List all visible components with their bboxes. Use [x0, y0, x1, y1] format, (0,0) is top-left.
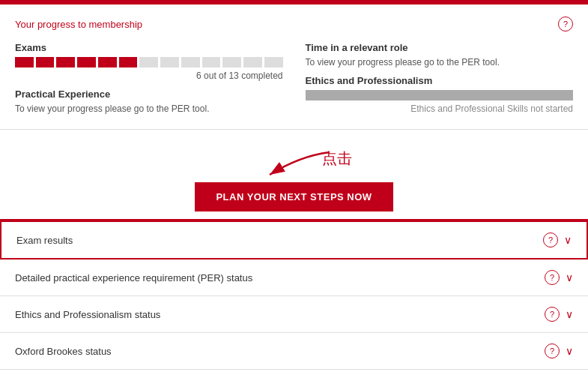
progress-title: Your progress to membership: [15, 19, 142, 30]
progress-grid: Exams 6 out of 13 completed Practical Ex…: [15, 42, 573, 114]
accordion-help-icon[interactable]: ?: [545, 344, 560, 358]
accordion-item[interactable]: Ethics and Professionalism status?∨: [0, 296, 588, 333]
accordion-right-controls: ?∨: [545, 270, 573, 285]
accordion-right-controls: ?∨: [543, 232, 572, 248]
accordion-right-controls: ?∨: [545, 344, 573, 358]
click-annotation-text: 点击: [322, 148, 352, 169]
right-col: Time in a relevant role To view your pro…: [306, 42, 574, 114]
cta-section: 点击 PLAN YOUR NEXT STEPS NOW: [0, 130, 588, 219]
accordion-chevron-icon[interactable]: ∨: [564, 234, 572, 246]
accordion-help-icon[interactable]: ?: [545, 307, 560, 322]
time-label: Time in a relevant role: [306, 42, 574, 53]
time-sub: To view your progress please go to the P…: [306, 57, 574, 68]
exam-bar-segment: [243, 57, 262, 68]
plan-steps-button[interactable]: PLAN YOUR NEXT STEPS NOW: [195, 182, 392, 212]
exam-bar-segment: [119, 57, 138, 68]
accordion-help-icon[interactable]: ?: [543, 232, 558, 248]
accordion-section: Exam results?∨Detailed practical experie…: [0, 219, 588, 370]
accordion-chevron-icon[interactable]: ∨: [566, 308, 573, 320]
practical-sub: To view your progress please go to the P…: [15, 104, 283, 114]
accordion-item-label: Oxford Brookes status: [15, 346, 112, 357]
accordion-item[interactable]: Detailed practical experience requiremen…: [0, 260, 588, 296]
accordion-help-icon[interactable]: ?: [545, 270, 560, 285]
exams-count: 6 out of 13 completed: [15, 70, 283, 81]
exams-bar-container: [15, 57, 283, 68]
exam-bar-segment: [181, 57, 200, 68]
progress-section: Your progress to membership ? Exams 6 ou…: [0, 4, 588, 130]
accordion-item[interactable]: Exam results?∨: [0, 220, 588, 260]
exam-bar-segment: [98, 57, 117, 68]
exam-bar-segment: [77, 57, 96, 68]
exam-bar-segment: [202, 57, 221, 68]
accordion-item-label: Ethics and Professionalism status: [15, 309, 160, 320]
exam-bar-segment: [139, 57, 158, 68]
accordion-item[interactable]: Oxford Brookes status?∨: [0, 333, 588, 370]
accordion-chevron-icon[interactable]: ∨: [566, 345, 573, 357]
exam-bar-segment: [36, 57, 55, 68]
exam-bar-segment: [15, 57, 34, 68]
exams-bar-track: [15, 57, 283, 68]
accordion-item-label: Exam results: [16, 235, 73, 246]
progress-help-icon[interactable]: ?: [558, 16, 573, 32]
ethics-label: Ethics and Professionalism: [306, 75, 574, 86]
accordion-chevron-icon[interactable]: ∨: [566, 272, 573, 284]
exam-bar-segment: [56, 57, 75, 68]
accordion-right-controls: ?∨: [545, 307, 573, 322]
practical-label: Practical Experience: [15, 88, 283, 100]
exams-label: Exams: [15, 42, 283, 53]
ethics-not-started: Ethics and Professional Skills not start…: [306, 104, 574, 114]
progress-header: Your progress to membership ?: [15, 16, 573, 32]
exam-bar-segment: [222, 57, 241, 68]
exams-col: Exams 6 out of 13 completed Practical Ex…: [15, 42, 283, 114]
exam-bar-segment: [264, 57, 283, 68]
exam-bar-segment: [160, 57, 179, 68]
annotation-area: 点击: [0, 145, 588, 182]
accordion-item-label: Detailed practical experience requiremen…: [15, 272, 252, 284]
ethics-bar: [306, 90, 574, 100]
